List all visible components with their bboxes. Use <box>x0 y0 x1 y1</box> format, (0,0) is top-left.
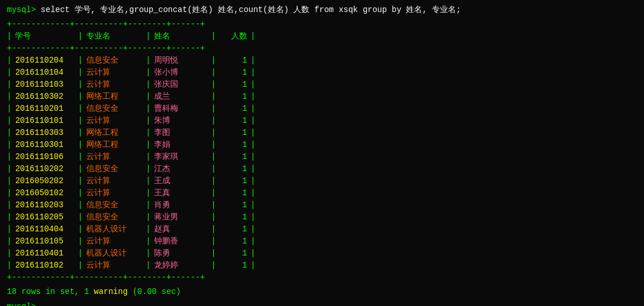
query-line: mysql> select 学号, 专业名,group_concat(姓名) 姓… <box>7 5 637 15</box>
sep: | <box>146 127 151 139</box>
cell-xingming: 张庆国 <box>151 79 211 91</box>
cell-zhuanye: 云计算 <box>83 175 146 187</box>
cell-xuehao: 2016110106 <box>12 151 78 163</box>
sep: | <box>78 115 82 127</box>
sep: | <box>78 235 82 247</box>
cell-xuehao: 2016110404 <box>12 223 78 235</box>
cell-zhuanye: 云计算 <box>83 235 146 247</box>
cell-zhuanye: 云计算 <box>83 79 146 91</box>
cell-renshu: 1 <box>216 235 251 247</box>
cell-renshu: 1 <box>216 223 251 235</box>
table-row: | 2016110202 | 信息安全 | 江杰 | 1 | <box>7 163 637 175</box>
cell-xingming: 李娟 <box>151 139 211 151</box>
cell-xuehao: 2016050202 <box>12 175 78 187</box>
cell-xingming: 江杰 <box>151 163 211 175</box>
cell-xingming: 李图 <box>151 127 211 139</box>
sep: | <box>251 55 255 67</box>
sep: | <box>78 67 82 79</box>
cell-xuehao: 2016110401 <box>12 247 78 259</box>
sep: | <box>146 259 151 272</box>
cell-xuehao: 2016110103 <box>12 79 78 91</box>
cell-xuehao: 2016110303 <box>12 127 78 139</box>
cell-renshu: 1 <box>216 103 251 115</box>
cell-xingming: 成兰 <box>151 91 211 103</box>
sep: | <box>78 199 82 211</box>
status-end: (0.00 sec) <box>128 287 181 296</box>
sep: | <box>78 247 82 259</box>
cell-xuehao: 2016110104 <box>12 67 78 79</box>
sep: | <box>7 103 12 115</box>
cell-zhuanye: 信息安全 <box>83 55 146 67</box>
table-row: | 2016050202 | 云计算 | 王成 | 1 | <box>7 175 637 187</box>
cell-renshu: 1 <box>216 151 251 163</box>
sep: | <box>7 67 12 79</box>
sep: | <box>78 163 82 175</box>
cell-zhuanye: 网络工程 <box>83 139 146 151</box>
table-row: | 2016050102 | 云计算 | 王真 | 1 | <box>7 187 637 199</box>
sep: | <box>211 259 216 272</box>
sep: | <box>78 223 82 235</box>
header-zhuanye: 专业名 <box>83 30 146 42</box>
sep: | <box>7 223 12 235</box>
cell-renshu: 1 <box>216 115 251 127</box>
cell-renshu: 1 <box>216 91 251 103</box>
cell-renshu: 1 <box>216 199 251 211</box>
cell-zhuanye: 机器人设计 <box>83 223 146 235</box>
sep: | <box>211 103 216 115</box>
cell-renshu: 1 <box>216 175 251 187</box>
results-table: +------------+----------+--------+------… <box>7 18 637 284</box>
bottom-prompt-line: mysql> <box>7 302 637 306</box>
cell-xingming: 赵真 <box>151 223 211 235</box>
sep: | <box>146 247 151 259</box>
border-bottom: +------------+----------+--------+------… <box>7 272 637 284</box>
sep: | <box>146 187 151 199</box>
cell-xuehao: 2016110205 <box>12 211 78 223</box>
cell-xuehao: 2016110102 <box>12 259 78 272</box>
sep: | <box>78 55 82 67</box>
cell-xingming: 朱博 <box>151 115 211 127</box>
table-row: | 2016110303 | 网络工程 | 李图 | 1 | <box>7 127 637 139</box>
warning-text: warning <box>94 287 128 296</box>
sep: | <box>211 67 216 79</box>
table-row: | 2016110201 | 信息安全 | 曹科梅 | 1 | <box>7 103 637 115</box>
sep: | <box>211 199 216 211</box>
cell-xingming: 蒋业男 <box>151 211 211 223</box>
cell-zhuanye: 云计算 <box>83 115 146 127</box>
sep: | <box>251 91 255 103</box>
cell-renshu: 1 <box>216 187 251 199</box>
cell-xuehao: 2016110202 <box>12 163 78 175</box>
sep: | <box>78 79 82 91</box>
sep: | <box>251 115 255 127</box>
cell-renshu: 1 <box>216 163 251 175</box>
cell-xuehao: 2016110301 <box>12 139 78 151</box>
sep: | <box>146 211 151 223</box>
cell-xuehao: 2016110105 <box>12 235 78 247</box>
sep: | <box>211 127 216 139</box>
sep: | <box>7 199 12 211</box>
sep: | <box>251 139 255 151</box>
cell-zhuanye: 网络工程 <box>83 91 146 103</box>
sep: | <box>146 163 151 175</box>
sep: | <box>7 235 12 247</box>
sep: | <box>211 211 216 223</box>
table-body: | 2016110204 | 信息安全 | 周明悦 | 1 | | 201611… <box>7 55 637 272</box>
sep: | <box>251 211 255 223</box>
sep: | <box>7 151 12 163</box>
cell-zhuanye: 信息安全 <box>83 211 146 223</box>
cell-renshu: 1 <box>216 55 251 67</box>
cell-renshu: 1 <box>216 127 251 139</box>
sep: | <box>211 139 216 151</box>
sep: | <box>7 139 12 151</box>
sep: | <box>211 151 216 163</box>
cell-renshu: 1 <box>216 211 251 223</box>
cell-zhuanye: 信息安全 <box>83 199 146 211</box>
sep: | <box>251 30 255 42</box>
header-xuehao: 学号 <box>12 30 78 42</box>
table-header: | 学号 | 专业名 | 姓名 | 人数 | <box>7 30 637 42</box>
table-row: | 2016110105 | 云计算 | 钟鹏香 | 1 | <box>7 235 637 247</box>
cell-renshu: 1 <box>216 247 251 259</box>
table-row: | 2016110102 | 云计算 | 龙婷婷 | 1 | <box>7 259 637 272</box>
cell-xuehao: 2016110203 <box>12 199 78 211</box>
table-row: | 2016110101 | 云计算 | 朱博 | 1 | <box>7 115 637 127</box>
sep: | <box>7 247 12 259</box>
